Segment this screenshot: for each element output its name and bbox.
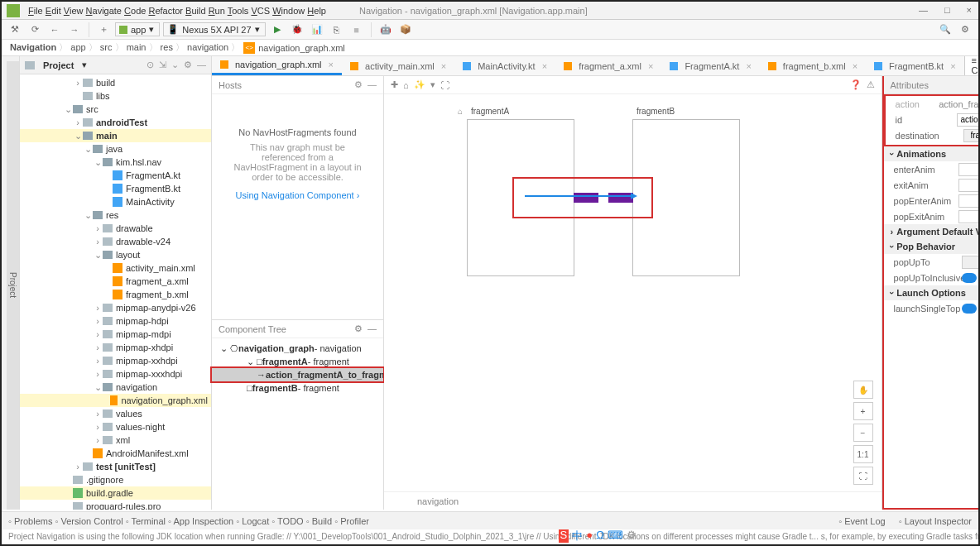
tree-row[interactable]: ›mipmap-xxhdpi [20, 354, 211, 367]
tab[interactable]: FragmentA.kt× [661, 56, 759, 75]
minimize-button[interactable]: — [919, 5, 928, 15]
canvas-home-icon[interactable]: ⌂ [403, 80, 409, 90]
menu-build[interactable]: Build [185, 6, 205, 16]
tree-row[interactable]: .gitignore [20, 473, 211, 486]
hammer-icon[interactable]: ⚒ [7, 22, 23, 37]
canvas-surface-icon[interactable]: ▾ [430, 79, 435, 90]
status-item[interactable]: ◦ TODO [271, 516, 303, 526]
breadcrumb-seg[interactable]: src [100, 42, 113, 52]
tree-row[interactable]: ›xml [20, 433, 211, 447]
enter-anim-input[interactable] [958, 163, 980, 176]
breadcrumb-seg[interactable]: navigation [187, 42, 228, 52]
close-button[interactable]: × [967, 5, 972, 15]
canvas-nest-icon[interactable]: ⛶ [440, 80, 449, 90]
comptree-root[interactable]: ⌄ ⎔ navigation_graph - navigation [212, 342, 383, 355]
hosts-gear-icon[interactable]: ⚙ [354, 79, 363, 90]
sect-animations[interactable]: Animations [884, 146, 980, 161]
tree-row[interactable]: ›values [20, 407, 211, 420]
tree-row[interactable]: ⌄layout [20, 248, 211, 261]
gear-icon[interactable]: ⚙ [184, 60, 192, 70]
status-item[interactable]: ◦ Terminal [126, 516, 166, 526]
tree-row[interactable]: FragmentB.kt [20, 182, 211, 195]
stop-icon[interactable]: ■ [348, 22, 365, 37]
design-canvas[interactable]: ✚ ⌂ ✨ ▾ ⛶ ❓ ⚠ ⌂ fragmentA [384, 76, 882, 510]
comptree-item[interactable]: → action_fragmentA_to_fragmentB - action [212, 368, 383, 381]
tab[interactable]: fragment_a.xml× [555, 56, 661, 75]
tree-row[interactable]: activity_main.xml [20, 261, 211, 275]
back-icon[interactable]: ← [46, 22, 63, 37]
tab[interactable]: navigation_graph.xml× [212, 56, 342, 75]
tree-row[interactable]: build.gradle [20, 486, 211, 500]
breadcrumb-seg[interactable]: main [127, 42, 147, 52]
zoom-out-button[interactable]: − [853, 424, 873, 442]
tab[interactable]: fragment_b.xml× [760, 56, 866, 75]
zoom-fit-button[interactable]: ⛶ [853, 467, 873, 485]
attr-id-input[interactable] [957, 113, 980, 127]
tree-row[interactable]: ⌄java [20, 142, 211, 156]
tree-row[interactable]: ⌄res [20, 208, 211, 222]
tree-row[interactable]: fragment_b.xml [20, 288, 211, 301]
tree-row[interactable]: AndroidManifest.xml [20, 447, 211, 460]
tree-row[interactable]: ⌄kim.hsl.nav [20, 156, 211, 169]
tree-row[interactable]: FragmentA.kt [20, 169, 211, 182]
zoom-reset-button[interactable]: 1:1 [853, 445, 873, 463]
expand-all-icon[interactable]: ⇲ [159, 60, 166, 70]
tab[interactable]: FragmentB.kt× [866, 56, 963, 75]
attach-icon[interactable]: ⎘ [329, 22, 345, 37]
launch-singletop-toggle[interactable] [962, 304, 977, 314]
sect-launch-options[interactable]: Launch Options [884, 285, 980, 300]
hosts-link[interactable]: Using Navigation Component › [236, 190, 360, 200]
tab[interactable]: activity_main.xml× [342, 56, 454, 75]
comptree-hide-icon[interactable]: — [368, 323, 377, 334]
sect-arg-defaults[interactable]: Argument Default Values [884, 224, 980, 239]
pop-enter-anim-input[interactable] [958, 194, 980, 208]
attr-destination-select[interactable]: fragmentB [963, 129, 980, 142]
tree-row[interactable]: navigation_graph.xml [20, 394, 211, 407]
menu-tools[interactable]: Tools [228, 6, 249, 16]
tree-row[interactable]: ›build [20, 76, 211, 89]
tree-row[interactable]: ›mipmap-anydpi-v26 [20, 301, 211, 314]
comptree-gear-icon[interactable]: ⚙ [354, 323, 363, 334]
canvas-warnings-icon[interactable]: ⚠ [867, 79, 875, 90]
tree-row[interactable]: ›drawable-v24 [20, 235, 211, 248]
avd-icon[interactable]: 🤖 [377, 22, 394, 37]
menu-edit[interactable]: Edit [46, 6, 61, 16]
forward-icon[interactable]: → [66, 22, 83, 37]
tab[interactable]: MainActivity.kt× [454, 56, 555, 75]
collapse-icon[interactable]: ⌄ [171, 60, 179, 70]
mode-code[interactable]: ≡ Code [964, 56, 980, 76]
comptree-item[interactable]: ⌄ □ fragmentA - fragment [212, 355, 383, 368]
tree-row[interactable]: ⌄src [20, 103, 211, 116]
status-item[interactable]: ◦ Event Log [838, 516, 886, 526]
menu-file[interactable]: File [28, 6, 43, 16]
tree-row[interactable]: MainActivity [20, 195, 211, 208]
pop-exit-anim-input[interactable] [958, 210, 980, 223]
status-item[interactable]: ◦ Build [306, 516, 332, 526]
hide-panel-icon[interactable]: — [197, 60, 206, 70]
select-opened-icon[interactable]: ⊙ [147, 60, 154, 70]
status-item[interactable]: ◦ Layout Inspector [899, 516, 972, 526]
menu-view[interactable]: View [64, 6, 84, 16]
sect-pop-behavior[interactable]: Pop Behavior [884, 239, 980, 254]
breadcrumb-file[interactable]: navigation_graph.xml [258, 43, 345, 53]
menu-refactor[interactable]: Refactor [148, 6, 183, 16]
tree-row[interactable]: libs [20, 89, 211, 103]
search-icon[interactable]: 🔍 [937, 22, 954, 37]
menu-window[interactable]: Window [272, 6, 305, 16]
comptree-item[interactable]: □ fragmentB - fragment [212, 381, 383, 395]
menu-help[interactable]: Help [307, 6, 326, 16]
device-selector[interactable]: 📱 Nexus 5X API 27 ▾ [163, 22, 265, 36]
sync-icon[interactable]: ⟳ [26, 22, 43, 37]
breadcrumb-seg[interactable]: Navigation [10, 42, 56, 52]
tree-row[interactable]: ›mipmap-xhdpi [20, 341, 211, 354]
tree-row[interactable]: ›values-night [20, 420, 211, 433]
canvas-wand-icon[interactable]: ✨ [414, 79, 425, 90]
strip-project[interactable]: Project [7, 61, 19, 510]
settings-icon[interactable]: ⚙ [957, 22, 973, 37]
tree-row[interactable]: ›test [unitTest] [20, 460, 211, 473]
exit-anim-input[interactable] [958, 179, 980, 192]
tree-row[interactable]: ›drawable [20, 222, 211, 235]
status-item[interactable]: ◦ App Inspection [168, 516, 233, 526]
hosts-hide-icon[interactable]: — [368, 79, 377, 90]
popupto-inclusive-toggle[interactable] [962, 273, 977, 283]
